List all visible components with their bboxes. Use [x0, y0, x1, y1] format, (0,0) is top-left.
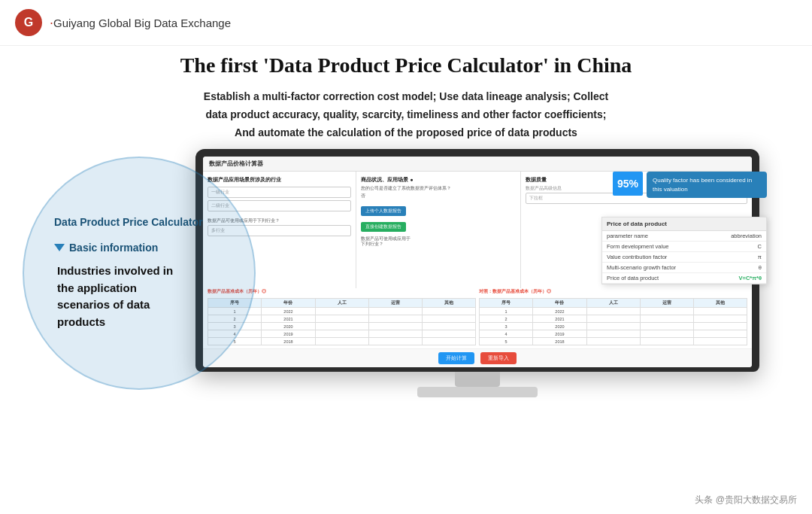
screen-header: 数据产品价格计算器	[203, 157, 752, 172]
monitor-neck	[455, 372, 500, 387]
main-content: The first 'Data Product Price Calculator…	[0, 46, 812, 157]
table-row: 22021	[480, 315, 747, 323]
price-table-row-1: Form development value C	[602, 242, 766, 252]
basic-info-row: Basic information	[54, 242, 232, 254]
monitor: 数据产品价格计算器 数据产品应用场景所涉及的行业 一级行业 二级行业 数据产品可…	[195, 149, 759, 397]
table-row: 52018	[208, 338, 476, 345]
col-ops: 运营	[368, 299, 422, 308]
col-year: 年份	[262, 299, 316, 308]
screen-middle-title: 商品状况、应用场景 ●	[361, 176, 516, 184]
table-row: 22021	[208, 315, 476, 323]
upload-btn[interactable]: 上传个人数据报告	[361, 206, 406, 216]
subtitle-line3: And automate the calculation of the prop…	[45, 124, 767, 142]
create-btn[interactable]: 直接创建数据报告	[361, 222, 406, 232]
callout-percent: 95%	[613, 172, 643, 196]
col-other: 其他	[422, 299, 475, 308]
screen-select-1[interactable]: 一级行业	[208, 187, 351, 198]
triangle-icon	[54, 244, 65, 251]
start-calc-btn[interactable]: 开始计算	[438, 352, 474, 364]
table-right-title: 对照：数据产品基准成本（历年）◎	[479, 288, 747, 295]
col-other2: 其他	[693, 299, 747, 308]
subtitle-line1: Establish a multi-factor correction cost…	[45, 88, 767, 106]
price-row-1-value: C	[758, 243, 762, 250]
screen-tables: 数据产品基准成本（历年）◎ 序号 年份 人工 运营 其他	[203, 288, 752, 348]
subtitle-line2: data product accuracy, quality, scarcity…	[45, 106, 767, 124]
table-right: 对照：数据产品基准成本（历年）◎ 序号 年份 人工 运营 其他	[479, 288, 747, 345]
screen-middle-col: 商品状况、应用场景 ● 您的公司是否建立了系统数据资产评估体系？ 否 上传个人数…	[356, 172, 521, 288]
industries-text: Industries involved inthe applicationsce…	[57, 263, 232, 330]
price-table-row-4: Price of data product V=C*π*θ	[602, 273, 766, 284]
screen-middle-question: 您的公司是否建立了系统数据资产评估体系？	[361, 186, 516, 191]
price-row-4-label: Price of data product	[607, 275, 659, 281]
price-row-2-label: Value contribution factor	[607, 254, 667, 260]
col-manual: 人工	[315, 299, 368, 308]
basic-info-label: Basic information	[69, 242, 158, 254]
table-row: 42019	[208, 330, 476, 338]
reimport-btn[interactable]: 重新导入	[480, 352, 517, 364]
price-row-3-value: θ	[759, 264, 762, 271]
monitor-base	[417, 387, 538, 397]
col-num2: 序号	[480, 299, 533, 308]
footer-watermark: 头条 @贵阳大数据交易所	[695, 494, 797, 506]
info-circle: Data Product Price Calculator Basic info…	[23, 157, 256, 390]
col-ops2: 运营	[640, 299, 693, 308]
price-table-row-2: Value contribution factor π	[602, 252, 766, 263]
screen-left-title: 数据产品应用场景所涉及的行业	[208, 176, 351, 184]
price-row-4-value: V=C*π*θ	[739, 275, 762, 281]
price-row-3-label: Multi-scenario growth factor	[607, 264, 676, 271]
circle-title: Data Product Price Calculator	[54, 216, 232, 228]
callout-bubble: Quality factor has been considered in th…	[647, 172, 767, 197]
price-row-2-value: π	[758, 254, 762, 260]
price-table-row-3: Multi-scenario growth factor θ	[602, 263, 766, 273]
price-col-label: parameter name	[607, 233, 648, 239]
price-col-value: abbreviation	[731, 233, 762, 239]
logo-icon: G	[15, 9, 42, 36]
col-year2: 年份	[533, 299, 587, 308]
table-row: 32020	[480, 323, 747, 330]
subtitle-text: Establish a multi-factor correction cost…	[45, 88, 767, 141]
table-row: 12022	[480, 308, 747, 315]
table-row: 42019	[480, 330, 747, 338]
screen-bottom-btns: 开始计算 重新导入	[203, 348, 752, 367]
screen-table-right: 序号 年份 人工 运营 其他 12022	[479, 298, 747, 345]
header: G · Guiyang Global Big Data Exchange	[0, 0, 812, 46]
price-table-overlay: Price of data product parameter name abb…	[601, 217, 767, 284]
price-table-header: Price of data product	[602, 217, 766, 231]
header-title: Guiyang Global Big Data Exchange	[53, 17, 231, 29]
table-row: 32020	[208, 323, 476, 330]
table-row: 52018	[480, 338, 747, 345]
col-manual2: 人工	[586, 299, 640, 308]
price-table-row-header: parameter name abbreviation	[602, 231, 766, 242]
page-title: The first 'Data Product Price Calculator…	[45, 53, 767, 78]
price-row-1-label: Form development value	[607, 243, 669, 250]
